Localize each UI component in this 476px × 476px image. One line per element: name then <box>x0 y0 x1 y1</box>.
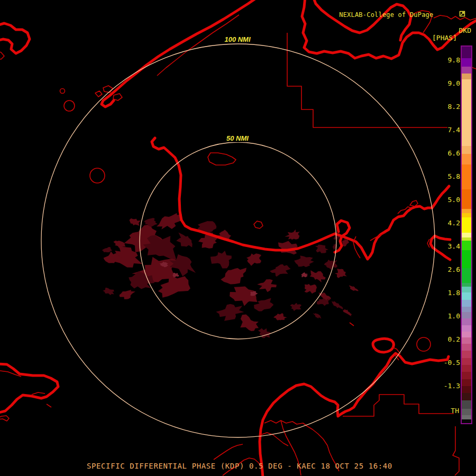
colorbar-tick-label: -1.3 <box>444 382 460 390</box>
colorbar-segment <box>462 217 471 233</box>
boundary-path <box>214 444 243 460</box>
threshold-label: TH <box>451 407 459 415</box>
radar-display: NEXLAB-College of DuPage DKD [PHAS] 100 … <box>0 0 476 476</box>
echo-blob <box>238 313 262 333</box>
colorbar-tick-label: -0.5 <box>444 359 460 367</box>
colorbar-segment <box>462 209 471 213</box>
site-header: NEXLAB-College of DuPage <box>339 3 465 26</box>
coastline-path <box>152 138 449 259</box>
colorbar-tick-label: 0.2 <box>448 336 460 343</box>
echo-blob <box>308 267 327 283</box>
lake-outline <box>417 337 431 351</box>
coastline-path <box>431 236 450 260</box>
colorbar-segment <box>462 365 471 372</box>
echo-blob <box>273 312 288 323</box>
colorbar-segment <box>462 300 471 307</box>
colorbar-tick-label: 8.2 <box>448 103 460 111</box>
colorbar-segment <box>462 332 471 337</box>
echo-blob <box>314 244 329 254</box>
colorbar-segment <box>462 233 471 237</box>
colorbar-segment <box>462 213 471 217</box>
boundary-path <box>208 153 236 165</box>
colorbar-segment <box>462 344 471 351</box>
colorbar-segment <box>462 419 471 423</box>
colorbar-segment <box>462 250 471 268</box>
colorbar-segment <box>462 372 471 379</box>
colorbar-segment <box>462 325 471 332</box>
colorbar-segment <box>462 241 471 250</box>
site-header-title: NEXLAB-College of DuPage <box>339 11 433 19</box>
colorbar-segment <box>462 154 471 164</box>
coastline-path <box>373 338 393 352</box>
boundary-path <box>353 236 360 258</box>
boundary-path <box>398 209 405 214</box>
boundary-path <box>95 91 102 97</box>
colorbar-segment <box>462 415 471 419</box>
coastline-path <box>0 23 30 53</box>
boundary-path <box>427 239 429 248</box>
boundary-path <box>254 221 263 228</box>
lake-outline <box>64 100 75 111</box>
ring-label-50nmi: 50 NMI <box>225 134 250 142</box>
echo-blob <box>301 272 308 278</box>
product-unit-label: [PHAS] <box>432 34 457 42</box>
coastline-path <box>358 353 448 400</box>
colorbar-segment <box>462 189 471 209</box>
colorbar-segment <box>462 318 471 325</box>
radar-canvas <box>0 0 476 476</box>
colorbar-tick-label: 1.8 <box>448 289 460 297</box>
echo-blob <box>342 308 353 317</box>
echo-blob <box>119 289 136 300</box>
colorbar-tick-label: 3.4 <box>448 243 460 250</box>
new-window-icon <box>435 3 465 26</box>
echo-blob <box>129 217 141 227</box>
echo-blob <box>102 287 115 296</box>
colorbar-tick-label: 9.8 <box>448 57 460 64</box>
colorbar-segment <box>462 337 471 344</box>
colorbar-tick-label: 1.0 <box>448 313 460 320</box>
echo-blob <box>323 258 340 271</box>
echo-blob <box>173 231 196 251</box>
map-overlay <box>0 0 476 476</box>
colorbar-segment <box>462 307 471 312</box>
colorbar-segment <box>462 164 471 189</box>
boundary-path <box>32 392 45 395</box>
echo-blob <box>289 301 303 313</box>
ring-label-100nmi: 100 NMI <box>223 35 252 43</box>
echo-blob <box>312 312 323 321</box>
colorbar-segment <box>462 146 471 154</box>
colorbar-segment <box>462 379 471 386</box>
colorbar-segment <box>462 409 471 415</box>
echo-blob <box>256 277 277 294</box>
boundary-path <box>287 33 447 127</box>
colorbar-segment <box>462 67 471 74</box>
colorbar-tick-label: 7.4 <box>448 126 460 134</box>
echo-blob <box>294 253 315 269</box>
boundary-path <box>261 433 288 446</box>
colorbar-segment <box>462 312 471 318</box>
boundary-path <box>47 404 51 407</box>
lake-outline <box>90 168 105 183</box>
echo-blob <box>257 327 272 339</box>
boundary-path <box>103 86 113 93</box>
boundary-path <box>113 94 122 100</box>
colorbar <box>461 45 472 424</box>
echo-blob <box>172 272 179 277</box>
colorbar-segment <box>462 287 471 292</box>
colorbar-tick-label: 5.8 <box>448 173 460 180</box>
boundary-path <box>453 426 459 475</box>
colorbar-tick-label: 4.2 <box>448 219 460 227</box>
colorbar-segment <box>462 292 471 300</box>
echo-blob <box>283 228 302 243</box>
echo-blob <box>215 302 245 322</box>
colorbar-segment <box>462 74 471 79</box>
echo-blob <box>245 251 263 267</box>
boundary-path <box>0 51 4 59</box>
boundary-path <box>350 323 354 326</box>
echo-blob <box>330 299 344 311</box>
echo-blob <box>348 285 359 293</box>
colorbar-segment <box>462 58 471 67</box>
echo-blob <box>303 282 317 294</box>
colorbar-segment <box>462 351 471 358</box>
colorbar-tick-label: 5.0 <box>448 196 460 204</box>
